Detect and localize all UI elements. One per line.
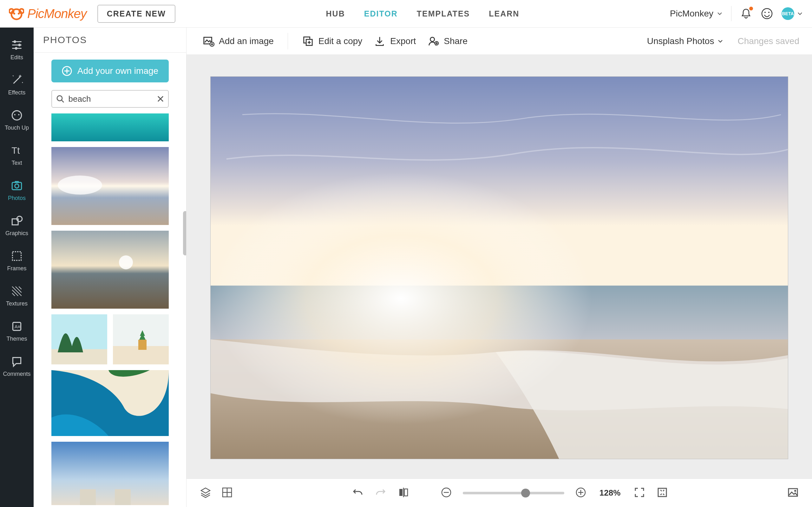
layers-button[interactable]: [199, 486, 212, 500]
rail-effects[interactable]: Effects: [0, 67, 34, 102]
nav-templates[interactable]: TEMPLATES: [417, 9, 470, 18]
divider: [731, 6, 731, 21]
thumbnail-list: [51, 113, 169, 505]
svg-rect-48: [211, 77, 788, 459]
thumb-item[interactable]: [51, 314, 107, 364]
tool-label: Add an image: [219, 36, 274, 46]
minus-circle-icon: [441, 487, 452, 498]
rail-label: Touch Up: [5, 124, 29, 131]
logo[interactable]: PicMonkey: [9, 6, 87, 21]
zoom-out-button[interactable]: [441, 487, 452, 499]
tool-label: Edit a copy: [318, 36, 362, 46]
fullscreen-button[interactable]: [656, 487, 668, 500]
nav-editor[interactable]: EDITOR: [364, 9, 398, 18]
thumb-item[interactable]: [51, 113, 169, 141]
share-button[interactable]: Share: [424, 35, 471, 47]
thumb-item[interactable]: [51, 370, 169, 436]
svg-rect-25: [51, 113, 169, 141]
photos-panel: PHOTOS Add your own image: [34, 27, 187, 507]
thumb-item[interactable]: [51, 147, 169, 225]
rail-textures[interactable]: Textures: [0, 278, 34, 314]
svg-point-1: [9, 9, 14, 13]
help-button[interactable]: [761, 7, 773, 20]
layers-icon: [199, 486, 212, 499]
thumb-item[interactable]: [113, 314, 169, 364]
search-input[interactable]: [51, 90, 169, 108]
notification-dot: [749, 7, 753, 10]
rail-photos[interactable]: Photos: [0, 173, 34, 208]
account-dropdown[interactable]: PicMonkey: [670, 9, 723, 19]
svg-point-16: [15, 184, 19, 188]
rail-frames[interactable]: Frames: [0, 243, 34, 278]
svg-rect-28: [51, 231, 169, 308]
add-own-image-button[interactable]: Add your own image: [51, 60, 169, 82]
rail-themes[interactable]: A≡ Themes: [0, 314, 34, 349]
notifications-button[interactable]: [740, 7, 752, 20]
redo-button[interactable]: [374, 487, 387, 500]
svg-rect-35: [51, 370, 169, 436]
main-nav: HUB EDITOR TEMPLATES LEARN: [175, 9, 670, 18]
clear-search-button[interactable]: [157, 95, 164, 103]
image-icon: [786, 486, 799, 499]
separator: [288, 33, 288, 49]
texture-icon: [10, 285, 23, 298]
rail-touchup[interactable]: Touch Up: [0, 102, 34, 137]
svg-point-27: [58, 176, 102, 194]
rail-label: Comments: [3, 371, 31, 377]
wand-icon: [10, 73, 23, 87]
rail-text[interactable]: Tt Text: [0, 137, 34, 173]
canvas-viewport[interactable]: [187, 55, 812, 478]
photo-source-dropdown[interactable]: Unsplash Photos: [647, 36, 724, 46]
image-plus-icon: [202, 35, 214, 47]
svg-rect-45: [211, 77, 788, 317]
svg-rect-37: [80, 489, 96, 505]
add-image-button[interactable]: Add an image: [199, 35, 277, 47]
svg-text:A≡: A≡: [14, 324, 20, 329]
zoom-slider[interactable]: [463, 492, 564, 494]
svg-point-54: [794, 490, 796, 492]
nav-hub[interactable]: HUB: [326, 9, 345, 18]
svg-rect-47: [211, 339, 788, 459]
rail-edits[interactable]: Edits: [0, 32, 34, 67]
undo-button[interactable]: [352, 487, 364, 500]
svg-rect-15: [12, 182, 21, 190]
svg-rect-33: [113, 346, 169, 364]
svg-point-24: [57, 96, 62, 101]
face-icon: [10, 109, 23, 122]
thumb-item[interactable]: [51, 231, 169, 308]
frame-icon: [10, 249, 23, 263]
topbar: PicMonkey CREATE NEW HUB EDITOR TEMPLATE…: [0, 0, 812, 27]
avatar-menu[interactable]: BETA: [781, 7, 803, 20]
svg-point-2: [19, 9, 24, 13]
thumb-item[interactable]: [51, 442, 169, 505]
rail-comments[interactable]: Comments: [0, 349, 34, 384]
tool-label: Export: [390, 36, 416, 46]
canvas[interactable]: [210, 76, 788, 459]
share-person-icon: [427, 35, 439, 47]
themes-icon: A≡: [10, 320, 23, 333]
svg-point-10: [15, 47, 17, 49]
zoom-percent[interactable]: 128%: [597, 488, 623, 498]
fullscreen-icon: [656, 487, 668, 498]
edit-copy-button[interactable]: Edit a copy: [299, 35, 366, 47]
zoom-in-button[interactable]: [575, 487, 587, 499]
plus-circle-icon: [575, 487, 587, 498]
redo-icon: [374, 487, 387, 498]
grid-button[interactable]: [221, 486, 234, 500]
comment-icon: [10, 355, 23, 368]
background-image-button[interactable]: [786, 486, 799, 500]
rail-label: Text: [11, 160, 22, 166]
flip-button[interactable]: [397, 487, 409, 500]
export-button[interactable]: Export: [370, 35, 419, 47]
nav-learn[interactable]: LEARN: [489, 9, 519, 18]
rail-label: Edits: [10, 54, 23, 61]
fit-screen-button[interactable]: [633, 487, 646, 500]
copy-plus-icon: [302, 35, 314, 47]
rail-graphics[interactable]: Graphics: [0, 208, 34, 243]
panel-scrollbar[interactable]: [183, 211, 186, 256]
svg-point-7: [768, 12, 769, 13]
expand-icon: [633, 487, 646, 498]
rail-label: Effects: [8, 89, 26, 96]
zoom-slider-thumb[interactable]: [521, 489, 530, 498]
create-new-button[interactable]: CREATE NEW: [97, 5, 175, 23]
